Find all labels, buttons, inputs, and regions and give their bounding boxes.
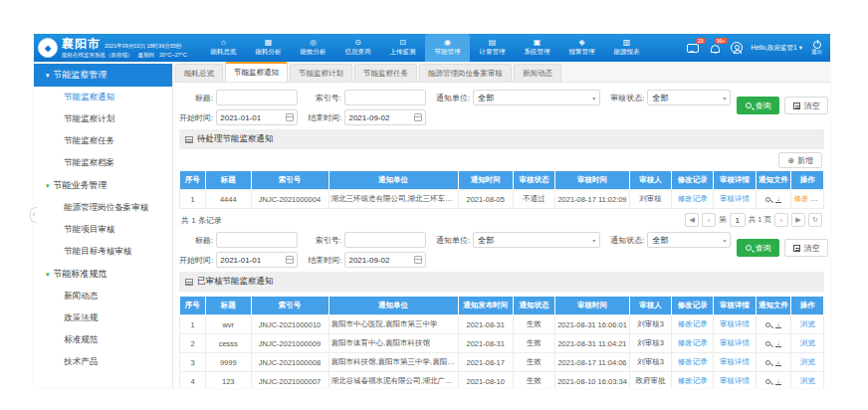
top-nav-item[interactable]: ⌂ 能耗总览 xyxy=(201,34,246,62)
sidebar-item[interactable]: ▾节能监察通知 xyxy=(34,87,172,108)
column-header: 索引号 xyxy=(251,171,328,190)
audit-detail-link[interactable]: 审核详情 xyxy=(720,357,750,366)
tab[interactable]: 节能监察通知 × xyxy=(225,62,288,82)
view-link[interactable]: 浏览 xyxy=(800,338,815,347)
sidebar-item[interactable]: ▾节能业务管理 xyxy=(34,174,172,197)
message-badge: 29 xyxy=(696,38,706,44)
first-page-button[interactable]: ◀ xyxy=(685,213,699,227)
next-page-button[interactable]: › xyxy=(774,213,788,227)
sidebar-item[interactable]: ▾节能监察任务 xyxy=(34,130,172,152)
audit-status-select[interactable]: 全部 ▾ xyxy=(647,90,731,105)
preview-file-icon[interactable] xyxy=(765,341,770,346)
table-row: 3 9999 JNJC-2021000008 襄阳市科技馆,襄阳市第三中学,襄阳… xyxy=(180,353,824,372)
modify-record-link[interactable]: 修改记录 xyxy=(678,338,708,347)
sidebar-item[interactable]: ▾节能监察计划 xyxy=(34,108,172,130)
notice-status-select[interactable]: 全部 ▾ xyxy=(647,232,731,248)
add-button[interactable]: ⊕新增 xyxy=(778,152,822,168)
query-button-2[interactable]: 查询 xyxy=(737,239,779,257)
sidebar-item[interactable]: ▾能源管理岗位备案审核 xyxy=(34,197,172,219)
audit-detail-link[interactable]: 审核详情 xyxy=(720,194,750,203)
end-date-input-2[interactable]: 2021-09-02 xyxy=(344,252,426,268)
nav-icon: ⊙ xyxy=(354,39,361,47)
top-nav-item[interactable]: ▣ 系统管理 xyxy=(515,34,559,62)
top-nav-item[interactable]: ⊡ 上传监测 xyxy=(380,34,425,62)
table-icon xyxy=(185,136,193,143)
edit-link[interactable]: 修改 xyxy=(793,194,808,203)
preview-file-icon[interactable] xyxy=(765,197,770,202)
column-header: 审核时间 xyxy=(555,171,630,190)
sidebar-item[interactable]: ▾标准规范 xyxy=(34,329,172,351)
view-link[interactable]: 浏览 xyxy=(800,376,815,385)
tab[interactable]: 节能监察任务 × xyxy=(354,64,417,82)
title-input[interactable] xyxy=(216,90,298,105)
tab[interactable]: 能耗总览 × xyxy=(175,64,223,82)
top-nav-item[interactable]: ◉ 节能管理 xyxy=(425,34,470,62)
audited-filter-form: 标题: 索引号: 通知单位: 全部 ▾ xyxy=(179,229,824,272)
modify-record-link[interactable]: 修改记录 xyxy=(678,194,708,203)
sidebar-item[interactable]: ▾节能监察管理 xyxy=(34,64,172,87)
audit-detail-link[interactable]: 审核详情 xyxy=(720,319,750,328)
sidebar-collapse-handle[interactable]: ‹ xyxy=(30,207,37,223)
preview-file-icon[interactable] xyxy=(765,379,770,384)
sidebar-item[interactable]: ▾节能项目审核 xyxy=(34,219,172,241)
sidebar-item[interactable]: ▾新闻动态 xyxy=(34,286,172,308)
refresh-icon[interactable]: ↻ xyxy=(808,213,822,227)
sidebar-item[interactable]: ▾政策法规 xyxy=(34,308,172,329)
delete-link[interactable]: 删除 xyxy=(810,194,823,203)
column-header: 序号 xyxy=(180,171,206,190)
user-greeting[interactable]: Hello,政府监管1 ▾ xyxy=(752,44,803,53)
download-icon[interactable]: ↓ xyxy=(775,377,781,385)
top-nav-item[interactable]: ▦ 能耗分析 xyxy=(246,34,291,62)
top-nav-item[interactable]: ⊙ 信息查询 xyxy=(335,34,380,62)
view-link[interactable]: 浏览 xyxy=(800,319,815,328)
download-icon[interactable]: ↓ xyxy=(775,339,781,347)
start-time-label: 开始时间: xyxy=(179,112,213,123)
sidebar-item[interactable]: ▾节能目标考核审核 xyxy=(34,241,172,263)
index-input[interactable] xyxy=(344,90,426,105)
sidebar-item[interactable]: ▾节能标准规范 xyxy=(34,263,172,286)
sidebar-item[interactable]: ▾技术产品 xyxy=(34,351,172,373)
top-nav-item[interactable]: ▥ 能源报表 xyxy=(604,34,649,62)
unit-label: 通知单位: xyxy=(436,235,470,246)
index-input-2[interactable] xyxy=(344,232,426,248)
modify-record-link[interactable]: 修改记录 xyxy=(678,357,708,366)
prev-page-button[interactable]: ‹ xyxy=(702,213,716,227)
column-header: 通知时间 xyxy=(458,171,513,190)
modify-record-link[interactable]: 修改记录 xyxy=(678,376,708,385)
message-icon[interactable]: 29 xyxy=(687,42,700,55)
unit-select-2[interactable]: 全部 ▾ xyxy=(473,232,600,248)
page-number-input[interactable] xyxy=(730,213,746,227)
top-nav-item[interactable]: ◈ 报警管理 xyxy=(559,34,604,62)
top-nav-item[interactable]: ◎ 能效分析 xyxy=(291,34,335,62)
preview-file-icon[interactable] xyxy=(765,322,770,327)
clear-button-2[interactable]: 清空 xyxy=(784,239,828,257)
audit-detail-link[interactable]: 审核详情 xyxy=(720,338,750,347)
query-button[interactable]: 查询 xyxy=(737,97,779,114)
bell-icon[interactable]: 99+ xyxy=(709,42,722,55)
download-icon[interactable]: ↓ xyxy=(775,358,781,366)
view-link[interactable]: 浏览 xyxy=(800,357,815,366)
download-icon[interactable]: ↓ xyxy=(775,320,781,328)
last-page-button[interactable]: ▶ xyxy=(791,213,805,227)
tab[interactable]: 能源管理岗位备案审核 × xyxy=(419,64,512,82)
sidebar-item[interactable]: ▾节能监察档案 xyxy=(34,152,172,174)
start-date-input-2[interactable]: 2021-01-01 xyxy=(216,252,298,268)
unit-select[interactable]: 全部 ▾ xyxy=(473,90,600,105)
start-date-input[interactable]: 2021-01-01 xyxy=(216,109,298,125)
modify-record-link[interactable]: 修改记录 xyxy=(678,319,708,328)
nav-icon: ▦ xyxy=(265,39,273,47)
tab[interactable]: 新闻动态 × xyxy=(514,64,561,82)
title-input-2[interactable] xyxy=(216,232,298,248)
clear-button[interactable]: 清空 xyxy=(784,97,828,114)
top-nav-item[interactable]: ▤ 计量管理 xyxy=(470,34,515,62)
end-date-input[interactable]: 2021-09-02 xyxy=(344,109,426,125)
user-avatar-icon[interactable] xyxy=(731,42,743,54)
table-row: 1 4444 JNJC-2021000004 湖北三环锻造有限公司,湖北三环车桥… xyxy=(180,190,824,209)
status-badge: 生效 xyxy=(513,315,554,334)
audit-detail-link[interactable]: 审核详情 xyxy=(720,376,750,385)
logout-button[interactable]: 退出 xyxy=(811,41,822,55)
preview-file-icon[interactable] xyxy=(765,360,770,365)
calendar-icon xyxy=(414,113,422,121)
download-icon[interactable]: ↓ xyxy=(775,195,781,203)
tab[interactable]: 节能监察计划 × xyxy=(290,64,352,82)
